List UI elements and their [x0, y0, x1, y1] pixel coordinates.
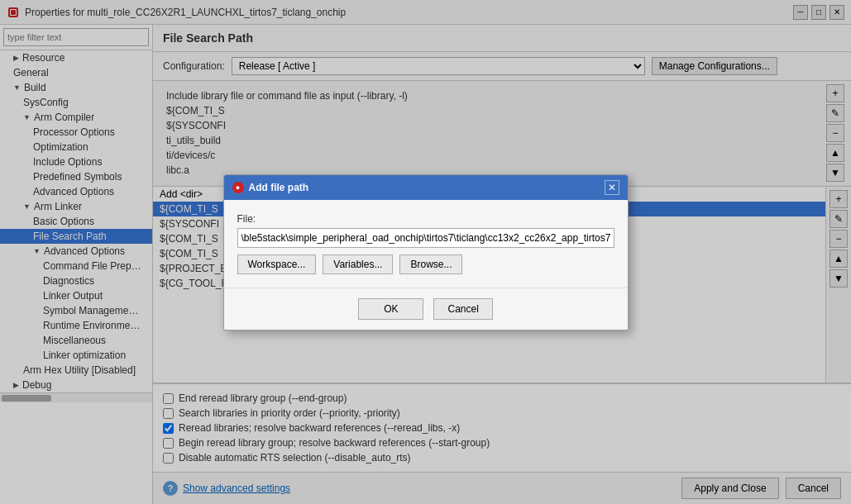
variables-button[interactable]: Variables... — [323, 254, 393, 274]
modal-title-bar: ● Add file path ✕ — [224, 175, 628, 200]
modal-body: File: Workspace... Variables... Browse..… — [224, 200, 628, 288]
browse-button[interactable]: Browse... — [399, 254, 462, 274]
modal-close-button[interactable]: ✕ — [605, 180, 619, 195]
modal-buttons-row: Workspace... Variables... Browse... — [237, 254, 614, 274]
modal-app-icon: ● — [232, 182, 244, 193]
modal-overlay: ● Add file path ✕ File: Workspace... Var… — [0, 0, 851, 504]
modal-file-input[interactable] — [237, 228, 614, 248]
add-file-path-dialog: ● Add file path ✕ File: Workspace... Var… — [223, 174, 629, 330]
workspace-button[interactable]: Workspace... — [237, 254, 317, 274]
modal-cancel-button[interactable]: Cancel — [433, 298, 492, 320]
modal-file-label: File: — [237, 213, 614, 225]
modal-ok-button[interactable]: OK — [358, 298, 423, 320]
modal-footer: OK Cancel — [224, 288, 628, 330]
modal-title-left: ● Add file path — [232, 182, 309, 193]
modal-title: Add file path — [249, 182, 309, 193]
